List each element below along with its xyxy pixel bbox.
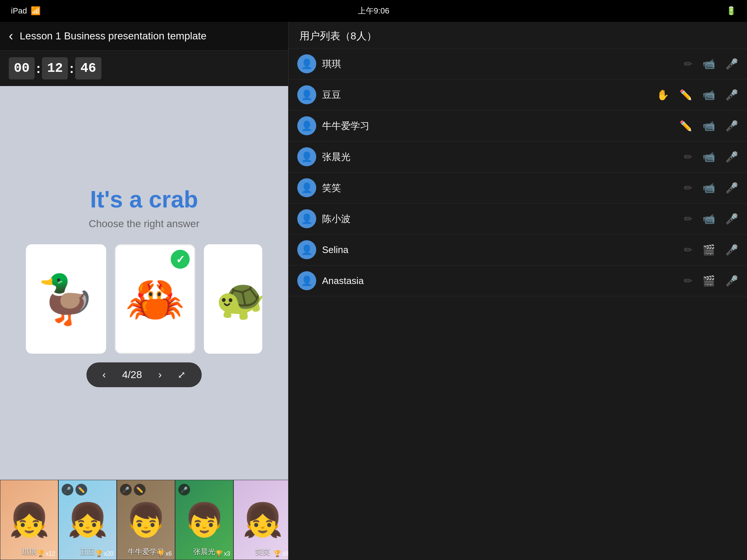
- cam-icon-2[interactable]: 📹: [703, 120, 715, 132]
- timer-minutes: 12: [42, 57, 68, 79]
- person-icon-2: 👤: [301, 120, 313, 132]
- user-controls-4: ✏ 📹 🎤: [684, 182, 738, 194]
- answer-card-crab[interactable]: 🦀: [115, 244, 195, 354]
- thumb-icons-2: 🎤 ✏️: [120, 484, 146, 495]
- video-thumb-2: 👦 🎤 ✏️ 牛牛爱学习 🏆x6: [117, 480, 175, 560]
- user-list-header: 用户列表（8人）: [289, 22, 747, 48]
- mic-icon-1[interactable]: 🎤: [725, 89, 738, 101]
- thumb-icons-3: 🎤: [178, 484, 190, 495]
- status-ipad: iPad: [11, 6, 27, 16]
- video-thumb-3: 👦 🎤 张晨光 🏆x3: [175, 480, 233, 560]
- pen-icon-7[interactable]: ✏: [684, 275, 692, 287]
- user-controls-5: ✏ 📹 🎤: [684, 213, 738, 225]
- user-avatar-2: 👤: [297, 116, 316, 135]
- mic-icon-5[interactable]: 🎤: [725, 213, 738, 225]
- timer-seconds: 46: [75, 57, 101, 79]
- user-name-4: 笑笑: [322, 182, 678, 194]
- pen-icon-3[interactable]: ✏: [684, 151, 692, 163]
- video-strip: 👧 琪琪 🏆x12 👧 🎤 ✏️ 豆豆 🏆x20: [0, 480, 288, 560]
- wifi-icon: 📶: [31, 6, 40, 16]
- person-icon-3: 👤: [301, 151, 313, 163]
- trophy-row-3: 🏆x3: [215, 550, 230, 557]
- user-row-4: 👤 笑笑 ✏ 📹 🎤: [289, 172, 747, 203]
- cam-icon-1[interactable]: 📹: [703, 89, 715, 101]
- user-row-2: 👤 牛牛爱学习 ✏️ 📹 🎤: [289, 110, 747, 141]
- timer-colon1: :: [36, 61, 40, 76]
- expand-button[interactable]: ⤢: [173, 368, 190, 382]
- mic-icon-0[interactable]: 🎤: [725, 58, 738, 70]
- user-avatar-0: 👤: [297, 54, 316, 73]
- left-panel: ‹ Lesson 1 Business presentation templat…: [0, 22, 288, 560]
- user-avatar-1: 👤: [297, 85, 316, 104]
- battery-icon: 🔋: [726, 6, 736, 15]
- timer-bar: 00 : 12 : 46: [0, 51, 288, 86]
- answer-card-turtle[interactable]: 🐢: [204, 244, 262, 354]
- cam-icon-6[interactable]: 🎬: [703, 244, 715, 256]
- top-bar-center: 上午9:06: [358, 5, 390, 16]
- timer-display: 00 : 12 : 46: [9, 57, 101, 79]
- slide-counter: 4/28: [117, 369, 147, 381]
- pen-icon-1[interactable]: ✏️: [680, 89, 692, 101]
- slide-nav: ‹ 4/28 › ⤢: [86, 362, 202, 387]
- thumb-face-2: 👦: [125, 501, 166, 539]
- video-thumb-4: 👧 笑笑 🏆x9: [233, 480, 288, 560]
- user-row-7: 👤 Anastasia ✏ 🎬 🎤: [289, 265, 747, 296]
- answer-card-duck[interactable]: 🦆: [26, 244, 106, 354]
- thumb-icons-1: 🎤 ✏️: [62, 484, 87, 495]
- slide-container: It's a crab Choose the right answer 🦆 🦀 …: [0, 86, 288, 480]
- correct-badge: [171, 250, 190, 269]
- thumb-mic-icon-3: 🎤: [178, 484, 190, 495]
- user-avatar-3: 👤: [297, 147, 316, 166]
- person-icon-7: 👤: [301, 275, 313, 287]
- mic-icon-4[interactable]: 🎤: [725, 182, 738, 194]
- answer-options: 🦆 🦀 🐢: [11, 244, 277, 354]
- thumb-pen-icon-2: ✏️: [134, 484, 146, 495]
- cam-icon-0[interactable]: 📹: [703, 58, 715, 70]
- user-list-title: 用户列表（8人）: [299, 30, 377, 42]
- pen-icon-5[interactable]: ✏: [684, 213, 692, 225]
- trophy-row-0: 🏆x12: [37, 550, 55, 557]
- user-controls-7: ✏ 🎬 🎤: [684, 275, 738, 287]
- user-name-7: Anastasia: [322, 275, 678, 287]
- user-row-0: 👤 琪琪 ✏ 📹 🎤: [289, 48, 747, 79]
- right-panel: 用户列表（8人） 👤 琪琪 ✏ 📹 🎤 👤 豆豆: [288, 22, 747, 560]
- pen-icon-0[interactable]: ✏: [684, 58, 692, 70]
- cam-icon-5[interactable]: 📹: [703, 213, 715, 225]
- pen-icon-6[interactable]: ✏: [684, 244, 692, 256]
- mic-icon-7[interactable]: 🎤: [725, 275, 738, 287]
- hand-icon-1[interactable]: ✋: [657, 89, 669, 101]
- user-controls-6: ✏ 🎬 🎤: [684, 244, 738, 256]
- back-button[interactable]: ‹: [9, 28, 13, 44]
- thumb-face-4: 👧: [242, 501, 283, 539]
- mic-icon-6[interactable]: 🎤: [725, 244, 738, 256]
- cam-icon-3[interactable]: 📹: [703, 151, 715, 163]
- prev-slide-button[interactable]: ‹: [98, 368, 110, 382]
- video-thumb-1: 👧 🎤 ✏️ 豆豆 🏆x20: [58, 480, 117, 560]
- cam-icon-7[interactable]: 🎬: [703, 275, 715, 287]
- pen-icon-2[interactable]: ✏️: [680, 120, 692, 132]
- cam-icon-4[interactable]: 📹: [703, 182, 715, 194]
- next-slide-button[interactable]: ›: [154, 368, 166, 382]
- user-controls-0: ✏ 📹 🎤: [684, 58, 738, 70]
- timer-hours: 00: [9, 57, 35, 79]
- crab-image: 🦀: [125, 275, 185, 323]
- person-icon-6: 👤: [301, 244, 313, 256]
- user-name-2: 牛牛爱学习: [322, 120, 674, 132]
- user-name-3: 张晨光: [322, 151, 678, 163]
- trophy-row-2: 🏆x6: [157, 550, 172, 557]
- user-name-5: 陈小波: [322, 213, 678, 225]
- lesson-title: Lesson 1 Business presentation template: [20, 30, 206, 42]
- thumb-pen-icon-1: ✏️: [76, 484, 87, 495]
- status-time: 上午9:06: [358, 6, 390, 15]
- user-controls-3: ✏ 📹 🎤: [684, 151, 738, 163]
- top-bar-right: 🔋: [726, 6, 736, 16]
- user-row-3: 👤 张晨光 ✏ 📹 🎤: [289, 141, 747, 172]
- top-bar-left: iPad 📶: [11, 6, 40, 16]
- video-thumb-0: 👧 琪琪 🏆x12: [0, 480, 58, 560]
- mic-icon-2[interactable]: 🎤: [725, 120, 738, 132]
- pen-icon-4[interactable]: ✏: [684, 182, 692, 194]
- person-icon-4: 👤: [301, 182, 313, 194]
- thumb-mic-icon-2: 🎤: [120, 484, 132, 495]
- user-name-1: 豆豆: [322, 89, 651, 101]
- mic-icon-3[interactable]: 🎤: [725, 151, 738, 163]
